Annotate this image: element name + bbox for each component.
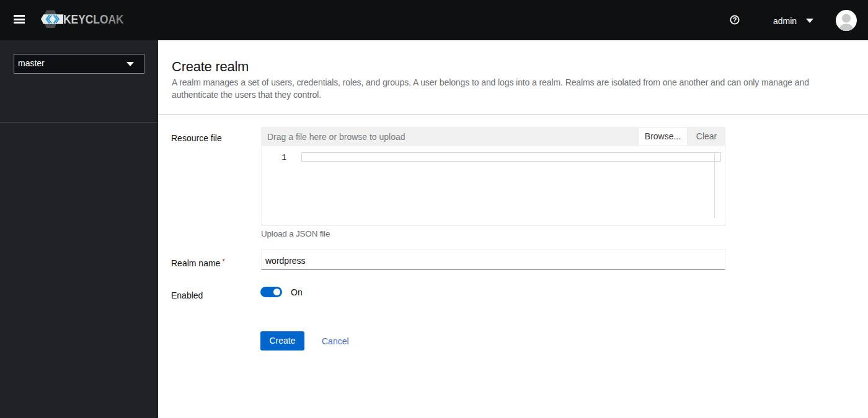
svg-text:KEYCLOAK: KEYCLOAK bbox=[63, 12, 124, 26]
svg-text:?: ? bbox=[733, 16, 737, 24]
